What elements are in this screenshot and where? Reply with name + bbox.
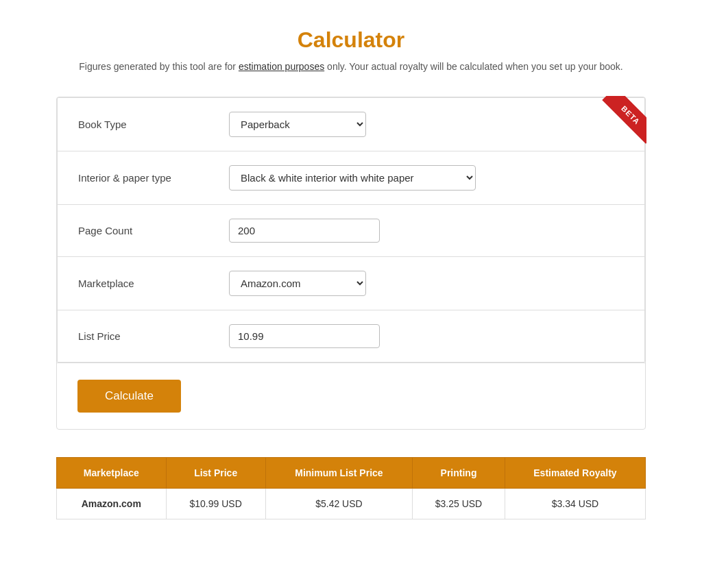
page-count-input[interactable] <box>229 219 380 243</box>
table-row: Amazon.com $10.99 USD $5.42 USD $3.25 US… <box>57 489 646 519</box>
marketplace-row: Marketplace Amazon.com Amazon.co.uk Amaz… <box>58 257 644 310</box>
interior-label: Interior & paper type <box>78 172 229 184</box>
interior-row: Interior & paper type Black & white inte… <box>58 151 644 205</box>
cell-estimated-royalty: $3.34 USD <box>505 489 645 519</box>
page-count-row: Page Count <box>58 205 644 257</box>
page-wrapper: Calculator Figures generated by this too… <box>43 0 659 547</box>
marketplace-select[interactable]: Amazon.com Amazon.co.uk Amazon.de Amazon… <box>229 271 366 296</box>
subtitle-pre: Figures generated by this tool are for <box>79 61 239 72</box>
col-printing: Printing <box>413 458 505 489</box>
calculator-form: BETA Book Type Paperback Hardcover Inter… <box>56 97 646 430</box>
interior-control: Black & white interior with white paper … <box>229 165 624 191</box>
calculate-button[interactable]: Calculate <box>77 380 181 413</box>
list-price-control <box>229 324 624 348</box>
estimation-link[interactable]: estimation purposes <box>239 61 324 72</box>
book-type-control: Paperback Hardcover <box>229 112 624 137</box>
page-title: Calculator <box>56 27 646 53</box>
page-count-label: Page Count <box>78 225 229 236</box>
col-min-list-price: Minimum List Price <box>265 458 412 489</box>
cell-printing: $3.25 USD <box>413 489 505 519</box>
col-list-price: List Price <box>166 458 265 489</box>
results-table: Marketplace List Price Minimum List Pric… <box>56 457 646 519</box>
col-marketplace: Marketplace <box>57 458 167 489</box>
cell-min-list-price: $5.42 USD <box>265 489 412 519</box>
table-header: Marketplace List Price Minimum List Pric… <box>57 458 646 489</box>
calculate-row: Calculate <box>57 363 645 429</box>
book-type-label: Book Type <box>78 119 229 130</box>
cell-marketplace: Amazon.com <box>57 489 167 519</box>
form-fields: Book Type Paperback Hardcover Interior &… <box>57 97 645 363</box>
marketplace-label: Marketplace <box>78 278 229 289</box>
book-type-row: Book Type Paperback Hardcover <box>58 98 644 151</box>
subtitle-post: only. Your actual royalty will be calcul… <box>324 61 623 72</box>
list-price-label: List Price <box>78 330 229 342</box>
marketplace-control: Amazon.com Amazon.co.uk Amazon.de Amazon… <box>229 271 624 296</box>
table-body: Amazon.com $10.99 USD $5.42 USD $3.25 US… <box>57 489 646 519</box>
beta-label: BETA <box>602 96 646 144</box>
interior-select[interactable]: Black & white interior with white paper … <box>229 165 476 191</box>
page-count-control <box>229 219 624 243</box>
col-estimated-royalty: Estimated Royalty <box>505 458 645 489</box>
list-price-row: List Price <box>58 310 644 362</box>
table-header-row: Marketplace List Price Minimum List Pric… <box>57 458 646 489</box>
subtitle: Figures generated by this tool are for e… <box>56 61 646 72</box>
book-type-select[interactable]: Paperback Hardcover <box>229 112 366 137</box>
list-price-input[interactable] <box>229 324 380 348</box>
beta-badge: BETA <box>598 96 646 144</box>
cell-list-price: $10.99 USD <box>166 489 265 519</box>
